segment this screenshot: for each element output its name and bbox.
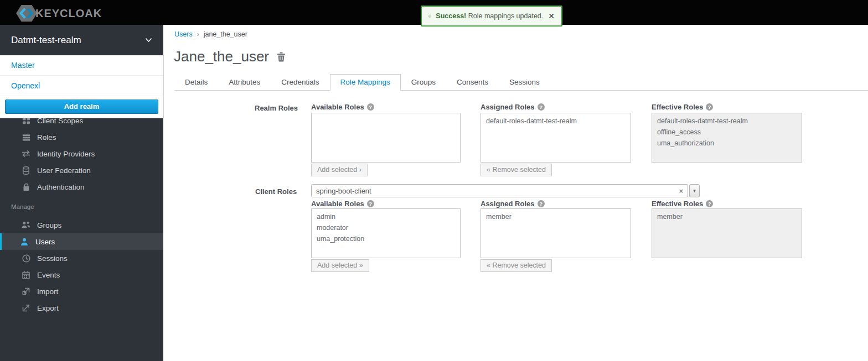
realm-selector[interactable]: Datmt-test-realm	[0, 25, 163, 55]
delete-user-button[interactable]	[277, 52, 286, 62]
realm-available-roles-header: Available Roles ?	[311, 103, 374, 111]
sidebar-item-label: Export	[37, 304, 59, 312]
tab-sessions[interactable]: Sessions	[499, 74, 550, 91]
header-text: Effective Roles	[652, 103, 703, 111]
chevron-down-icon	[145, 38, 152, 43]
sidebar-item-users[interactable]: Users	[0, 233, 163, 250]
tab-role-mappings[interactable]: Role Mappings	[330, 74, 401, 91]
sidebar-item-label: Identity Providers	[37, 150, 95, 158]
import-icon	[22, 287, 30, 296]
identity-providers-icon	[22, 149, 30, 158]
page-title: Jane_the_user	[174, 48, 269, 65]
realm-available-roles-listbox[interactable]	[311, 113, 461, 163]
roles-icon	[22, 133, 30, 142]
sidebar-item-roles[interactable]: Roles	[0, 129, 163, 145]
sidebar-item-label: Users	[35, 238, 55, 246]
realm-dropdown: Master Openexl Add realm	[0, 55, 164, 118]
client-remove-selected-button[interactable]: « Remove selected	[480, 259, 552, 272]
keycloak-logo[interactable]: KEYCLOAK	[16, 4, 102, 23]
role-option[interactable]: default-roles-datmt-test-realm	[481, 116, 631, 127]
tab-bar: Details Attributes Credentials Role Mapp…	[174, 75, 868, 91]
sidebar-item-import[interactable]: Import	[0, 283, 163, 300]
alert-title: Success!	[436, 12, 466, 20]
calendar-icon	[22, 270, 30, 279]
sidebar-manage-menu: Groups Users Sessions	[0, 217, 163, 316]
user-icon	[20, 237, 29, 246]
clock-icon	[22, 254, 30, 263]
manage-section-header: Manage	[11, 203, 34, 210]
tab-details[interactable]: Details	[174, 74, 218, 91]
realm-effective-roles-listbox: default-roles-datmt-test-realm offline_a…	[652, 113, 802, 163]
breadcrumb-users-link[interactable]: Users	[174, 30, 193, 38]
role-option[interactable]: admin	[312, 211, 460, 222]
sidebar-item-user-federation[interactable]: User Federation	[0, 162, 163, 179]
role-option: uma_authorization	[652, 138, 802, 149]
sidebar-item-identity-providers[interactable]: Identity Providers	[0, 145, 163, 162]
sidebar-configure-menu: Client Scopes Roles Identity Providers	[0, 112, 163, 195]
realm-assigned-roles-listbox[interactable]: default-roles-datmt-test-realm	[480, 113, 631, 163]
clear-selection-icon[interactable]: ×	[679, 187, 683, 195]
sidebar-item-label: Events	[37, 271, 60, 279]
help-icon: ?	[367, 103, 374, 111]
title-row: Jane_the_user	[174, 48, 286, 65]
sidebar: Datmt-test-realm Master Openexl Add real…	[0, 25, 163, 361]
add-realm-button[interactable]: Add realm	[5, 100, 158, 114]
sidebar-item-sessions[interactable]: Sessions	[0, 250, 163, 266]
sidebar-item-export[interactable]: Export	[0, 300, 163, 316]
role-option[interactable]: member	[481, 211, 631, 222]
export-icon	[22, 304, 30, 312]
help-icon: ?	[367, 200, 374, 207]
client-effective-roles-header: Effective Roles ?	[652, 200, 713, 208]
client-available-roles-listbox[interactable]: admin moderator uma_protection	[311, 208, 461, 258]
breadcrumb-current: jane_the_user	[204, 30, 247, 38]
role-option: default-roles-datmt-test-realm	[652, 116, 802, 127]
header-text: Available Roles	[311, 103, 364, 111]
sidebar-item-label: Groups	[37, 221, 61, 229]
tab-consents[interactable]: Consents	[446, 74, 499, 91]
sidebar-item-label: User Federation	[37, 166, 91, 175]
sidebar-item-events[interactable]: Events	[0, 266, 163, 283]
client-assigned-roles-header: Assigned Roles ?	[480, 200, 545, 208]
add-realm-container: Add realm	[0, 96, 163, 118]
realm-roles-label: Realm Roles	[255, 104, 298, 112]
sidebar-item-label: Roles	[37, 133, 56, 142]
realm-remove-selected-button[interactable]: « Remove selected	[480, 164, 552, 176]
client-add-selected-button[interactable]: Add selected »	[311, 259, 369, 272]
alert-body: Role mappings updated.	[468, 12, 544, 20]
tab-groups[interactable]: Groups	[401, 74, 446, 91]
caret-down-icon: ▾	[693, 188, 696, 193]
trash-icon	[277, 52, 286, 62]
alert-message: Success! Role mappings updated.	[436, 12, 543, 20]
sidebar-item-groups[interactable]: Groups	[0, 217, 163, 233]
help-icon: ?	[538, 103, 545, 111]
role-option[interactable]: moderator	[312, 222, 460, 233]
alert-close-icon[interactable]: ✕	[548, 12, 555, 20]
client-effective-roles-listbox: member	[652, 208, 802, 258]
sidebar-item-label: Authentication	[37, 183, 85, 191]
help-icon: ?	[706, 103, 713, 111]
header-text: Available Roles	[311, 200, 364, 208]
header-text: Effective Roles	[652, 200, 703, 208]
sidebar-item-label: Sessions	[37, 254, 68, 263]
realm-option-master[interactable]: Master	[0, 55, 163, 76]
role-option: offline_access	[652, 127, 802, 138]
selected-client-value: spring-boot-client	[316, 187, 371, 195]
tab-attributes[interactable]: Attributes	[218, 74, 271, 91]
realm-assigned-roles-header: Assigned Roles ?	[480, 103, 545, 111]
current-realm-name: Datmt-test-realm	[11, 35, 81, 46]
breadcrumb-separator-icon: ›	[197, 30, 199, 38]
realm-add-selected-button[interactable]: Add selected ›	[311, 164, 368, 176]
sidebar-item-label: Import	[37, 287, 58, 296]
client-assigned-roles-listbox[interactable]: member	[480, 208, 631, 258]
realm-effective-roles-header: Effective Roles ?	[652, 103, 713, 111]
role-option[interactable]: uma_protection	[312, 233, 460, 244]
help-icon: ?	[706, 200, 713, 207]
success-check-icon	[428, 11, 431, 22]
client-available-roles-header: Available Roles ?	[311, 200, 374, 208]
realm-option-openexl[interactable]: Openexl	[0, 76, 163, 96]
client-select-dropdown-button[interactable]: ▾	[689, 184, 700, 197]
role-option: member	[652, 211, 802, 222]
client-select-combobox[interactable]: spring-boot-client ×	[311, 184, 688, 197]
tab-credentials[interactable]: Credentials	[271, 74, 329, 91]
sidebar-item-authentication[interactable]: Authentication	[0, 179, 163, 195]
